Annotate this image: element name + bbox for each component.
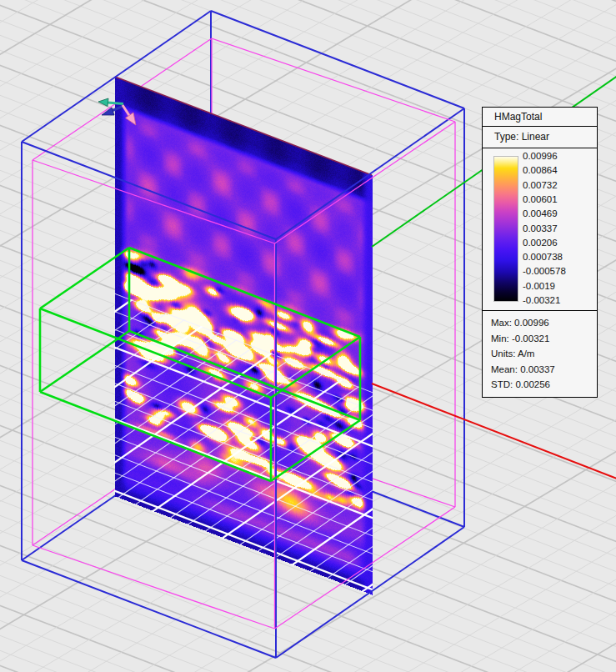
legend-colorbar-section: 0.00996 0.00864 0.00732 0.00601 0.00469 … — [483, 148, 597, 311]
tangent-arrow-pink-icon — [123, 105, 136, 125]
stat-mean: Mean: 0.00337 — [491, 362, 592, 378]
normal-arrow-navy-icon — [102, 106, 123, 115]
plane-edge-line — [115, 77, 372, 175]
stat-units: Units: A/m — [491, 346, 592, 362]
colorbar-tick-label: 0.00469 — [523, 208, 558, 219]
colorbar-tick-label: 0.00206 — [523, 237, 558, 248]
field-legend-panel[interactable]: HMagTotal Type: Linear 0.00996 0.00864 0… — [482, 107, 598, 398]
colorbar-gradient — [493, 156, 518, 302]
colorbar-tick-label: 0.00864 — [523, 164, 558, 176]
stat-min: Min: -0.00321 — [491, 331, 592, 347]
colorbar-tick-label: -0.0019 — [523, 280, 555, 292]
colorbar-tick-label: 0.00732 — [523, 179, 558, 191]
plane-orientation-arrows — [98, 98, 136, 125]
tangent-arrow-teal-icon — [98, 98, 123, 107]
colorbar-tick-label: 0.00996 — [523, 150, 558, 162]
colorbar-tick-label: 0.000738 — [523, 251, 563, 263]
colorbar-tick-label: -0.00321 — [523, 294, 560, 306]
inner-box-wireframe[interactable] — [33, 38, 455, 629]
stat-std: STD: 0.00256 — [491, 377, 592, 393]
colorbar-tick-label: -0.000578 — [523, 265, 566, 277]
stat-max: Max: 0.00996 — [491, 315, 592, 331]
x-axis-line — [372, 384, 616, 480]
legend-stats: Max: 0.00996 Min: -0.00321 Units: A/m Me… — [483, 311, 597, 397]
legend-scale-type: Type: Linear — [483, 127, 597, 148]
object-wireframe-box[interactable] — [40, 248, 360, 481]
viewport-3d[interactable]: HMagTotal Type: Linear 0.00996 0.00864 0… — [0, 0, 616, 672]
legend-title: HMagTotal — [483, 108, 597, 127]
colorbar-tick-label: 0.00337 — [523, 223, 558, 234]
colorbar-tick-label: 0.00601 — [523, 193, 558, 205]
airbox-wireframe[interactable] — [22, 11, 464, 658]
